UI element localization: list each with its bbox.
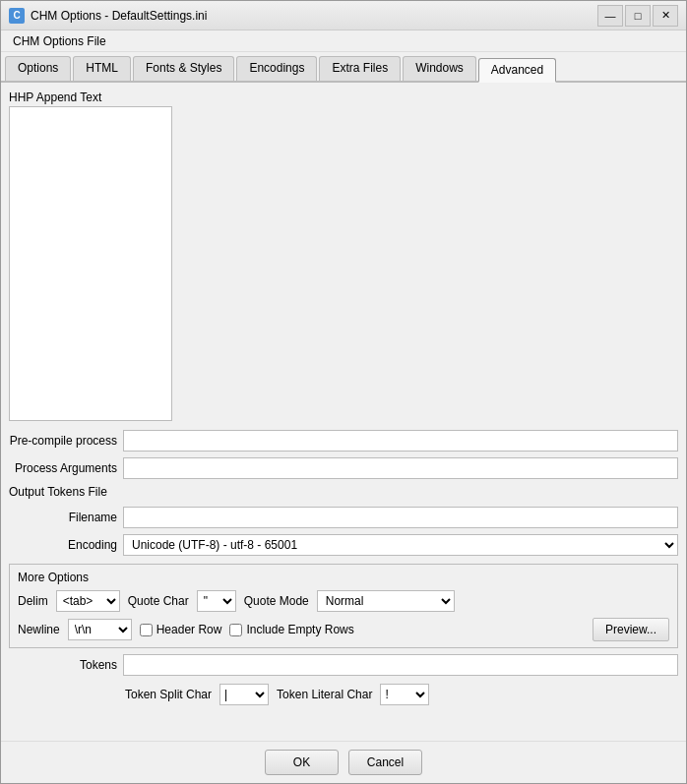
encoding-row: Encoding Unicode (UTF-8) - utf-8 - 65001… [9, 534, 678, 556]
more-options-group: More Options Delim <tab> , ; | Quote Cha… [9, 564, 678, 648]
preview-button[interactable]: Preview... [593, 618, 669, 641]
quote-mode-label: Quote Mode [244, 594, 309, 608]
filename-input[interactable] [123, 507, 678, 528]
header-row-checkbox-label: Header Row [140, 623, 222, 636]
delim-label: Delim [18, 594, 48, 608]
token-literal-char-label: Token Literal Char [277, 688, 372, 701]
newline-label: Newline [18, 623, 60, 636]
close-button[interactable]: ✕ [653, 5, 678, 27]
precompile-input[interactable] [123, 430, 678, 452]
token-split-char-label: Token Split Char [125, 688, 212, 701]
header-row-checkbox[interactable] [140, 624, 153, 636]
process-args-input[interactable] [123, 457, 678, 479]
tab-fonts-styles[interactable]: Fonts & Styles [133, 56, 234, 81]
output-tokens-label: Output Tokens File [9, 485, 678, 499]
more-options-label: More Options [18, 571, 669, 584]
cancel-button[interactable]: Cancel [348, 750, 422, 775]
tab-windows[interactable]: Windows [403, 56, 476, 81]
app-icon: C [9, 8, 25, 24]
tab-extra-files[interactable]: Extra Files [319, 56, 401, 81]
token-literal-char-select[interactable]: ! @ # [380, 684, 429, 705]
encoding-label: Encoding [9, 538, 117, 552]
delim-select[interactable]: <tab> , ; | [56, 590, 120, 612]
include-empty-rows-checkbox[interactable] [229, 624, 242, 636]
precompile-label: Pre-compile process [9, 434, 117, 448]
menu-bar: CHM Options File [1, 30, 686, 52]
tokens-row: Tokens [9, 654, 678, 676]
window-controls: — □ ✕ [597, 5, 678, 27]
tab-encodings[interactable]: Encodings [236, 56, 317, 81]
tab-content: HHP Append Text Pre-compile process Proc… [1, 83, 686, 741]
more-options-row1: Delim <tab> , ; | Quote Char " ' None Qu… [18, 590, 669, 612]
maximize-button[interactable]: □ [625, 5, 651, 27]
footer: OK Cancel [1, 741, 686, 783]
tabs-bar: Options HTML Fonts & Styles Encodings Ex… [1, 52, 686, 83]
main-window: C CHM Options - DefaultSettings.ini — □ … [0, 0, 687, 784]
more-options-row2: Newline \r\n \n \r Header Row Include Em… [18, 618, 669, 641]
tab-advanced[interactable]: Advanced [478, 58, 556, 83]
newline-select[interactable]: \r\n \n \r [68, 619, 132, 640]
quote-mode-select[interactable]: Normal Always Never [317, 590, 455, 612]
include-empty-rows-label: Include Empty Rows [229, 623, 353, 636]
tab-html[interactable]: HTML [73, 56, 131, 81]
filename-label: Filename [9, 511, 117, 524]
tab-options[interactable]: Options [5, 56, 71, 81]
quote-char-label: Quote Char [128, 594, 189, 608]
token-chars-row: Token Split Char | , ; Token Literal Cha… [9, 684, 678, 705]
hhp-section: HHP Append Text [9, 90, 678, 424]
window-title: CHM Options - DefaultSettings.ini [31, 9, 597, 23]
minimize-button[interactable]: — [597, 5, 623, 27]
tokens-label: Tokens [9, 658, 117, 672]
process-args-row: Process Arguments [9, 457, 678, 479]
quote-char-select[interactable]: " ' None [197, 590, 236, 612]
hhp-textarea[interactable] [9, 106, 172, 421]
tokens-input[interactable] [123, 654, 678, 676]
hhp-label: HHP Append Text [9, 90, 678, 104]
encoding-select[interactable]: Unicode (UTF-8) - utf-8 - 65001 Windows-… [123, 534, 678, 556]
title-bar: C CHM Options - DefaultSettings.ini — □ … [1, 1, 686, 30]
precompile-row: Pre-compile process [9, 430, 678, 452]
process-args-label: Process Arguments [9, 461, 117, 475]
menu-chm-options-file[interactable]: CHM Options File [5, 32, 114, 50]
ok-button[interactable]: OK [265, 750, 339, 775]
filename-row: Filename [9, 507, 678, 528]
token-split-char-select[interactable]: | , ; [219, 684, 269, 705]
